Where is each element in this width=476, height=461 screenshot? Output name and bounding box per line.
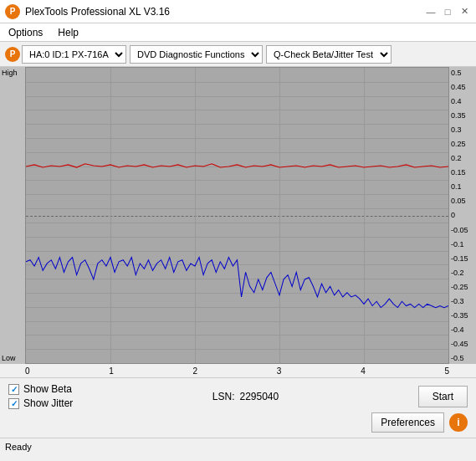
minimize-button[interactable]: — <box>424 5 438 18</box>
x-label-0: 0 <box>25 366 30 376</box>
prefs-row: Preferences i <box>8 412 468 433</box>
show-jitter-checkbox[interactable]: ✓ <box>8 398 19 409</box>
menu-help[interactable]: Help <box>54 26 82 39</box>
info-button[interactable]: i <box>449 413 468 432</box>
bottom-panel: ✓ Show Beta ✓ Show Jitter LSN: 2295040 S… <box>0 377 476 438</box>
drive-icon: P <box>5 47 20 62</box>
lsn-label: LSN: <box>212 391 235 402</box>
x-label-5: 5 <box>444 366 449 376</box>
show-beta-checkbox[interactable]: ✓ <box>8 384 19 395</box>
toolbar: P HA:0 ID:1 PX-716A DVD Diagnostic Funct… <box>0 42 476 67</box>
title-bar: P PlexTools Professional XL V3.16 — □ ✕ <box>0 0 476 23</box>
checkbox-group: ✓ Show Beta ✓ Show Jitter <box>8 383 73 409</box>
title-bar-controls: — □ ✕ <box>424 5 471 18</box>
x-label-4: 4 <box>361 366 366 376</box>
close-button[interactable]: ✕ <box>458 5 471 18</box>
controls-row: ✓ Show Beta ✓ Show Jitter LSN: 2295040 S… <box>8 383 468 409</box>
status-text: Ready <box>5 442 32 452</box>
show-jitter-label: Show Jitter <box>23 397 73 409</box>
lsn-section: LSN: 2295040 <box>212 391 279 402</box>
x-label-2: 2 <box>193 366 198 376</box>
drive-select[interactable]: HA:0 ID:1 PX-716A <box>22 45 126 64</box>
lsn-value: 2295040 <box>239 391 279 402</box>
window-title: PlexTools Professional XL V3.16 <box>25 6 170 18</box>
menu-options[interactable]: Options <box>5 26 46 39</box>
chart-svg <box>26 68 448 363</box>
show-beta-label: Show Beta <box>23 383 72 395</box>
chart-area <box>25 67 449 364</box>
app-icon: P <box>5 4 20 19</box>
maximize-button[interactable]: □ <box>441 5 454 18</box>
preferences-button[interactable]: Preferences <box>371 412 444 433</box>
y-axis-right: 0.5 0.45 0.4 0.35 0.3 0.25 0.2 0.15 0.1 … <box>449 67 476 364</box>
menu-bar: Options Help <box>0 23 476 42</box>
y-axis-left: High Low <box>0 67 25 364</box>
show-beta-row: ✓ Show Beta <box>8 383 73 395</box>
show-jitter-row: ✓ Show Jitter <box>8 397 73 409</box>
y-label-low: Low <box>2 354 23 362</box>
chart-container: High Low <box>0 67 476 364</box>
start-button[interactable]: Start <box>418 386 468 407</box>
x-axis: 0 1 2 3 4 5 <box>0 364 476 377</box>
test-select[interactable]: Q-Check Beta/Jitter Test <box>266 45 392 64</box>
drive-selector-group: P HA:0 ID:1 PX-716A <box>5 45 126 64</box>
y-label-high: High <box>2 69 23 77</box>
x-label-3: 3 <box>277 366 282 376</box>
x-label-1: 1 <box>109 366 114 376</box>
title-bar-left: P PlexTools Professional XL V3.16 <box>5 4 170 19</box>
status-bar: Ready <box>0 438 476 454</box>
function-select[interactable]: DVD Diagnostic Functions <box>130 45 263 64</box>
